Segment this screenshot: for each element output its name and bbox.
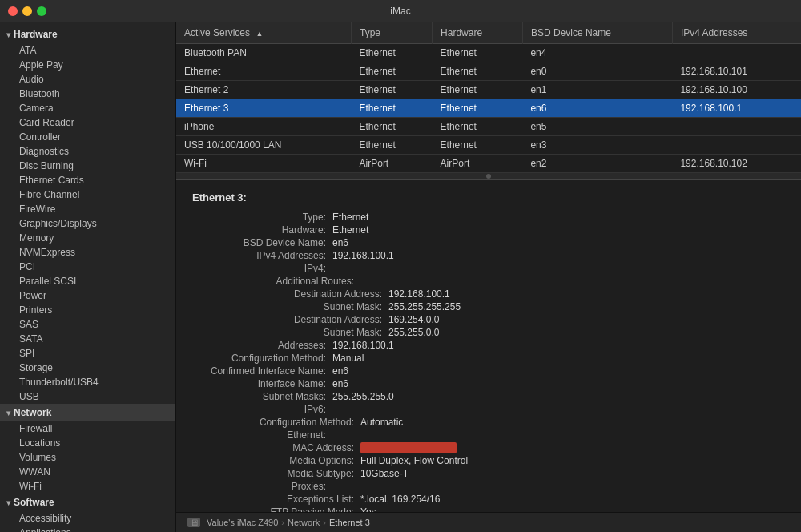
breadcrumb-sep-2: › bbox=[323, 518, 326, 527]
detail-row-config-method: Configuration Method: Manual bbox=[192, 353, 785, 364]
table-row[interactable]: iPhone Ethernet Ethernet en5 bbox=[176, 118, 801, 136]
detail-value-mac bbox=[360, 442, 457, 453]
detail-label-mac: MAC Address: bbox=[192, 442, 360, 453]
detail-label-ftp-passive: FTP Passive Mode: bbox=[192, 506, 360, 512]
detail-row-media-options: Media Options: Full Duplex, Flow Control bbox=[192, 455, 785, 466]
close-button[interactable] bbox=[8, 6, 18, 16]
table-row[interactable]: Wi-Fi AirPort AirPort en2 192.168.10.102 bbox=[176, 155, 801, 173]
col-header-type[interactable]: Type bbox=[352, 22, 433, 44]
minimize-button[interactable] bbox=[22, 6, 32, 16]
sidebar-item[interactable]: FireWire bbox=[0, 202, 175, 216]
cell-hardware: Ethernet bbox=[433, 44, 523, 62]
detail-value-ipv4-addresses: 192.168.100.1 bbox=[332, 250, 394, 261]
detail-label-subnet2: Subnet Mask: bbox=[192, 327, 388, 338]
sidebar-item[interactable]: SPI bbox=[0, 346, 175, 361]
sidebar-item[interactable]: NVMExpress bbox=[0, 245, 175, 260]
sidebar-item[interactable]: Apple Pay bbox=[0, 58, 175, 72]
detail-label-hardware: Hardware: bbox=[192, 224, 332, 236]
sidebar-item-ethernet-cards[interactable]: Ethernet Cards bbox=[0, 173, 175, 187]
sidebar-item[interactable]: Graphics/Displays bbox=[0, 216, 175, 231]
sidebar-item[interactable]: SAS bbox=[0, 317, 175, 332]
sidebar-item[interactable]: Accessibility bbox=[0, 511, 175, 526]
detail-row-ipv4-addresses: IPv4 Addresses: 192.168.100.1 bbox=[192, 250, 785, 261]
services-table-section: Active Services ▲ Type Hardware BSD Devi… bbox=[176, 22, 801, 180]
detail-value-interface-name: en6 bbox=[332, 378, 348, 389]
breadcrumb-section: Network bbox=[288, 518, 320, 527]
col-header-hardware[interactable]: Hardware bbox=[433, 22, 523, 44]
breadcrumb-sep-1: › bbox=[281, 518, 284, 527]
cell-ipv4 bbox=[672, 136, 801, 155]
chevron-network-icon: ▾ bbox=[6, 409, 10, 417]
sidebar-item[interactable]: USB bbox=[0, 389, 175, 404]
cell-type: Ethernet bbox=[352, 62, 433, 81]
table-row[interactable]: Bluetooth PAN Ethernet Ethernet en4 bbox=[176, 44, 801, 62]
detail-label-type: Type: bbox=[192, 212, 332, 223]
cell-hardware: Ethernet bbox=[433, 136, 523, 155]
sidebar-group-software[interactable]: ▾ Software bbox=[0, 494, 175, 511]
col-header-active-services[interactable]: Active Services ▲ bbox=[176, 22, 352, 44]
sidebar-item[interactable]: Disc Burning bbox=[0, 159, 175, 173]
table-row[interactable]: Ethernet Ethernet Ethernet en0 192.168.1… bbox=[176, 62, 801, 81]
cell-type: Ethernet bbox=[352, 81, 433, 99]
detail-label-exceptions: Exceptions List: bbox=[192, 494, 360, 505]
cell-ipv4: 192.168.10.102 bbox=[672, 155, 801, 173]
detail-label-subnet1: Subnet Mask: bbox=[192, 301, 388, 312]
detail-value-subnet1: 255.255.255.255 bbox=[388, 301, 461, 312]
sidebar-item[interactable]: Fibre Channel bbox=[0, 187, 175, 202]
sidebar-item[interactable]: Applications bbox=[0, 526, 175, 532]
sidebar-item[interactable]: PCI bbox=[0, 260, 175, 274]
footer-breadcrumb: 🖥 Value's iMac Z490 › Network › Ethernet… bbox=[176, 512, 801, 532]
detail-value-media-options: Full Duplex, Flow Control bbox=[360, 455, 468, 466]
cell-ipv4: 192.168.10.101 bbox=[672, 62, 801, 81]
detail-label-ipv6-section: IPv6: bbox=[192, 404, 332, 415]
detail-label-bsd: BSD Device Name: bbox=[192, 237, 332, 248]
sidebar-item[interactable]: Storage bbox=[0, 361, 175, 375]
col-header-ipv4[interactable]: IPv4 Addresses bbox=[672, 22, 801, 44]
maximize-button[interactable] bbox=[37, 6, 46, 16]
detail-row-bsd: BSD Device Name: en6 bbox=[192, 237, 785, 248]
detail-value-dest2: 169.254.0.0 bbox=[388, 314, 439, 325]
col-header-bsd[interactable]: BSD Device Name bbox=[522, 22, 672, 44]
sidebar-item[interactable]: Audio bbox=[0, 72, 175, 87]
cell-ipv4 bbox=[672, 118, 801, 136]
detail-value-media-subtype: 10Gbase-T bbox=[360, 468, 409, 479]
sidebar-item[interactable]: Volumes bbox=[0, 450, 175, 465]
table-row[interactable]: Ethernet 2 Ethernet Ethernet en1 192.168… bbox=[176, 81, 801, 99]
cell-type: Ethernet bbox=[352, 136, 433, 155]
detail-row-dest1: Destination Address: 192.168.100.1 bbox=[192, 288, 785, 300]
sidebar-group-hardware[interactable]: ▾ Hardware bbox=[0, 26, 175, 43]
sidebar-item[interactable]: Card Reader bbox=[0, 115, 175, 130]
sidebar-item[interactable]: Controller bbox=[0, 130, 175, 144]
computer-icon: 🖥 bbox=[187, 518, 200, 527]
sidebar-item[interactable]: Bluetooth bbox=[0, 87, 175, 101]
cell-ipv4: 192.168.100.1 bbox=[672, 99, 801, 118]
detail-label-media-options: Media Options: bbox=[192, 455, 360, 466]
sidebar-item[interactable]: SATA bbox=[0, 332, 175, 346]
cell-hardware: Ethernet bbox=[433, 81, 523, 99]
sidebar-item[interactable]: Diagnostics bbox=[0, 144, 175, 159]
cell-name: Wi-Fi bbox=[176, 155, 352, 173]
sidebar-item[interactable]: ATA bbox=[0, 43, 175, 58]
scroll-dot bbox=[486, 174, 491, 179]
sidebar-item[interactable]: Thunderbolt/USB4 bbox=[0, 375, 175, 389]
sidebar-item[interactable]: Locations bbox=[0, 436, 175, 450]
sidebar-item[interactable]: Firewall bbox=[0, 421, 175, 436]
detail-label-proxies-section: Proxies: bbox=[192, 481, 332, 492]
sidebar-item[interactable]: WWAN bbox=[0, 465, 175, 479]
sidebar-item[interactable]: Power bbox=[0, 288, 175, 303]
detail-row-type: Type: Ethernet bbox=[192, 212, 785, 223]
sidebar-item[interactable]: Camera bbox=[0, 101, 175, 115]
table-row-selected[interactable]: Ethernet 3 Ethernet Ethernet en6 192.168… bbox=[176, 99, 801, 118]
breadcrumb-item: Ethernet 3 bbox=[329, 518, 370, 527]
sidebar-item[interactable]: Printers bbox=[0, 303, 175, 317]
table-row[interactable]: USB 10/100/1000 LAN Ethernet Ethernet en… bbox=[176, 136, 801, 155]
detail-row-hardware: Hardware: Ethernet bbox=[192, 224, 785, 236]
detail-value-confirmed-iface: en6 bbox=[332, 365, 348, 377]
sidebar-group-network[interactable]: ▾ Network bbox=[0, 404, 175, 421]
sidebar-item[interactable]: Memory bbox=[0, 231, 175, 245]
sidebar-group-hardware-label: Hardware bbox=[14, 29, 58, 40]
sidebar-item[interactable]: Parallel SCSI bbox=[0, 274, 175, 288]
sidebar-item[interactable]: Wi-Fi bbox=[0, 479, 175, 494]
cell-name: USB 10/100/1000 LAN bbox=[176, 136, 352, 155]
detail-row-ipv6-section: IPv6: bbox=[192, 404, 785, 415]
